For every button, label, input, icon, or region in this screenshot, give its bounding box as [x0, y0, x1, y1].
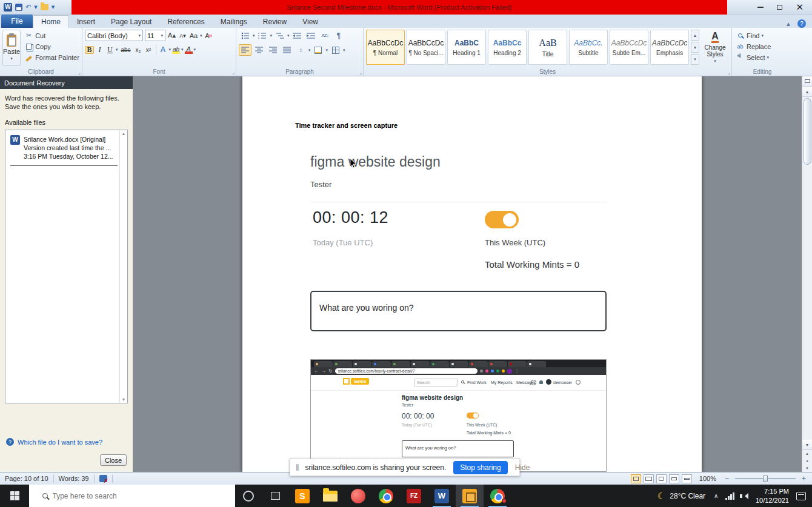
- taskbar-app-filezilla[interactable]: FZ: [400, 485, 428, 507]
- text-effects-dropdown-icon[interactable]: ▾: [169, 47, 171, 52]
- grow-font-button[interactable]: [167, 31, 176, 39]
- align-left-button[interactable]: [239, 44, 251, 56]
- hidden-icons-chevron[interactable]: ∧: [714, 492, 718, 499]
- tab-view[interactable]: View: [295, 15, 326, 28]
- recovery-list-scrollbar[interactable]: ▲ ▼: [119, 130, 127, 403]
- taskbar-app-pink[interactable]: [344, 485, 372, 507]
- style-gallery-up-icon[interactable]: ▲: [691, 30, 699, 41]
- help-icon[interactable]: ?: [797, 19, 806, 28]
- font-size-combo[interactable]: 11▾: [145, 30, 165, 41]
- clipboard-dialog-launcher[interactable]: ⌟: [78, 70, 81, 75]
- align-center-button[interactable]: [253, 44, 265, 56]
- shading-button[interactable]: [312, 44, 325, 56]
- taskbar-search[interactable]: [29, 485, 235, 507]
- tab-insert[interactable]: Insert: [69, 15, 103, 28]
- font-color-button[interactable]: [185, 45, 193, 54]
- taskbar-app-file-explorer[interactable]: [316, 485, 344, 507]
- taskbar-app-word[interactable]: W: [428, 485, 456, 507]
- find-button[interactable]: Find▾: [734, 31, 790, 40]
- tab-page-layout[interactable]: Page Layout: [103, 15, 159, 28]
- undo-icon[interactable]: ↶: [25, 4, 31, 10]
- shading-dropdown-icon[interactable]: ▾: [326, 48, 328, 53]
- sort-button[interactable]: [319, 30, 331, 41]
- subscript-button[interactable]: [134, 46, 143, 54]
- undo-dropdown-icon[interactable]: ▾: [34, 4, 38, 10]
- change-styles-button[interactable]: A Change Styles ▾: [701, 30, 729, 65]
- save-icon[interactable]: [15, 4, 22, 11]
- stop-sharing-button[interactable]: Stop sharing: [453, 461, 507, 474]
- clear-formatting-button[interactable]: [204, 31, 213, 39]
- tab-mailings[interactable]: Mailings: [213, 15, 255, 28]
- style-gallery-more-icon[interactable]: ▾: [691, 54, 699, 65]
- multilevel-list-button[interactable]: [273, 30, 286, 41]
- taskbar-clock[interactable]: 7:15 PM 10/12/2021: [756, 487, 789, 505]
- start-button[interactable]: [0, 485, 29, 507]
- volume-icon[interactable]: [742, 493, 748, 499]
- taskbar-app-screen-capture[interactable]: [456, 485, 484, 507]
- next-page-icon[interactable]: ▼: [805, 465, 809, 472]
- style-gallery-down-icon[interactable]: ▼: [691, 42, 699, 53]
- draft-view-icon[interactable]: [682, 474, 692, 483]
- taskbar-weather[interactable]: ☾ 28°C Clear: [657, 491, 705, 500]
- style-emphasis[interactable]: AaBbCcDcEmphasis: [650, 30, 689, 65]
- open-folder-icon[interactable]: [41, 4, 48, 10]
- scrollbar-thumb[interactable]: [804, 98, 811, 165]
- paragraph-dialog-launcher[interactable]: ⌟: [359, 70, 362, 75]
- line-spacing-dropdown-icon[interactable]: ▾: [308, 48, 311, 53]
- highlight-button[interactable]: [172, 45, 180, 54]
- font-dialog-launcher[interactable]: ⌟: [232, 70, 235, 75]
- underline-button[interactable]: [105, 46, 115, 54]
- word-app-icon[interactable]: W: [4, 3, 12, 12]
- style-no-spacing[interactable]: AaBbCcDc¶ No Spaci...: [407, 30, 445, 65]
- style-heading1[interactable]: AaBbCHeading 1: [447, 30, 486, 65]
- print-layout-view-icon[interactable]: [631, 474, 641, 483]
- taskbar-app-sublime[interactable]: S: [288, 485, 316, 507]
- decrease-indent-button[interactable]: [291, 30, 304, 41]
- highlight-dropdown-icon[interactable]: ▾: [181, 47, 184, 52]
- shrink-font-button[interactable]: [178, 31, 187, 39]
- styles-dialog-launcher[interactable]: ⌟: [728, 70, 730, 75]
- bullets-button[interactable]: [239, 30, 251, 41]
- format-painter-button[interactable]: Format Painter: [23, 53, 81, 62]
- collapse-ribbon-icon[interactable]: ▲: [785, 21, 791, 27]
- zoom-slider[interactable]: [735, 478, 796, 479]
- italic-button[interactable]: [95, 46, 104, 54]
- style-subtitle[interactable]: AaBbCc.Subtitle: [569, 30, 608, 65]
- select-browse-object-icon[interactable]: ●: [806, 457, 808, 465]
- qat-customize-icon[interactable]: ▾: [52, 4, 55, 10]
- scroll-down-icon[interactable]: ▼: [122, 397, 126, 402]
- recovered-file-item[interactable]: W Srilance Work.docx [Original] Version …: [5, 130, 127, 165]
- recovery-close-button[interactable]: Close: [100, 454, 127, 466]
- document-page[interactable]: Time tracker and screen capture figma we…: [242, 76, 702, 472]
- line-spacing-button[interactable]: [295, 44, 307, 56]
- close-button[interactable]: ✕: [796, 2, 804, 12]
- superscript-button[interactable]: [144, 46, 153, 54]
- align-right-button[interactable]: [267, 44, 279, 56]
- tab-home[interactable]: Home: [33, 15, 69, 28]
- replace-button[interactable]: Replace: [734, 42, 790, 51]
- find-dropdown-icon[interactable]: ▾: [761, 33, 764, 38]
- word-count[interactable]: Words: 39: [54, 475, 94, 482]
- vertical-scrollbar[interactable]: ▲ ▼ ▲ ● ▼: [802, 76, 812, 472]
- borders-button[interactable]: [329, 44, 342, 56]
- tab-review[interactable]: Review: [255, 15, 295, 28]
- action-center-icon[interactable]: [796, 492, 806, 500]
- text-effects-button[interactable]: [159, 46, 168, 54]
- change-case-dropdown-icon[interactable]: ▾: [200, 33, 202, 38]
- minimize-button[interactable]: [757, 7, 764, 8]
- task-view-button[interactable]: [262, 485, 288, 507]
- style-title[interactable]: AaBTitle: [528, 30, 567, 65]
- bold-button[interactable]: [85, 46, 94, 54]
- copy-button[interactable]: Copy: [23, 42, 81, 51]
- tab-references[interactable]: References: [159, 15, 212, 28]
- taskbar-app-chrome-sharing[interactable]: [484, 485, 511, 507]
- increase-indent-button[interactable]: [305, 30, 318, 41]
- font-family-combo[interactable]: Calibri (Body)▾: [85, 30, 143, 41]
- proofing-errors-icon[interactable]: [99, 475, 107, 482]
- web-layout-view-icon[interactable]: [656, 474, 667, 483]
- cut-button[interactable]: ✂Cut: [23, 31, 81, 40]
- show-formatting-marks-button[interactable]: [333, 30, 345, 41]
- underline-dropdown-icon[interactable]: ▾: [116, 47, 118, 52]
- paste-dropdown-icon[interactable]: ▾: [10, 56, 13, 61]
- numbering-button[interactable]: [256, 30, 269, 41]
